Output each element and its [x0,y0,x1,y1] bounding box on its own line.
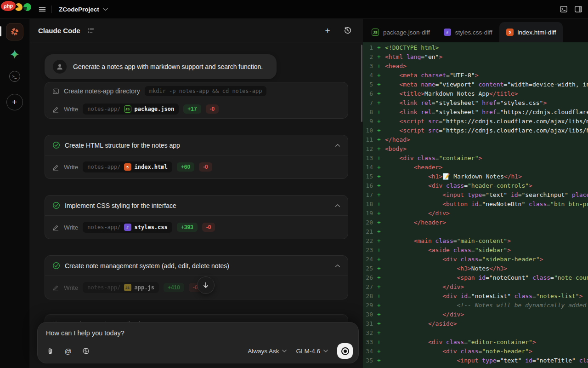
file-type-icon: # [124,224,131,231]
permission-mode-select[interactable]: Always Ask [248,348,287,355]
permission-mode-value: Always Ask [248,348,279,355]
file-type-icon: 5 [506,29,514,36]
tab-package.json-diff[interactable]: JSpackage.json-diff [365,22,437,42]
chat-header: Claude Code + [30,19,363,42]
file-chip[interactable]: notes-app/ # styles.css [83,222,172,233]
terminal-glyph: >_ [12,75,17,79]
chevron-up-icon[interactable] [335,144,340,147]
code-text: <title>Markdown Notes App</title> [385,89,588,98]
chevron-up-icon[interactable] [335,204,340,207]
line-number: 7 [363,98,373,108]
diff-add-sign: + [373,356,385,365]
paperclip-icon[interactable] [46,347,54,355]
diff-line: 31 + </aside> [363,319,588,328]
chevron-up-icon[interactable] [335,264,340,268]
diff-add-sign: + [373,319,385,328]
file-name: index.html [135,164,168,170]
diff-line: 23 + <aside class="sidebar"> [363,246,588,255]
code-text: <input type="text" id="noteTitle" class=… [385,356,588,365]
line-number: 17 [363,190,373,200]
command-row[interactable]: Create notes-app directory mkdir -p note… [45,82,348,100]
line-number: 1 [363,43,373,52]
diff-line: 21 + [363,227,588,236]
diff-add-sign: + [373,310,385,319]
left-rail: >_ + [0,19,29,368]
chat-scrollbar[interactable] [361,45,362,122]
tab-index.html-diff[interactable]: 5index.html-diff [499,22,563,42]
chat-body: Generate a notes app with markdown suppo… [30,42,363,368]
code-text: <button id="newNoteBtn" class="btn btn-p… [385,200,588,209]
gemini-gem-icon[interactable] [9,49,20,60]
task-title: Implement CSS styling for the interface [65,202,330,209]
code-text: </header> [385,218,588,227]
history-icon[interactable] [344,26,352,34]
diff-code-view[interactable]: 1 + <!DOCTYPE html> 2 + <html lang="en">… [363,42,588,368]
code-text: <aside class="sidebar"> [385,246,588,255]
diff-line: 33 + <div class="editor-container"> [363,338,588,347]
plus-glyph: + [12,97,17,107]
line-number: 24 [363,255,373,264]
diff-add-sign: + [373,264,385,273]
model-select[interactable]: GLM-4.6 [296,348,328,355]
diff-add-sign: + [373,172,385,181]
message-input[interactable]: How can I help you today? [38,322,358,337]
terminal-panel-icon[interactable] [560,5,568,13]
project-name: ZCodeProject [59,6,99,13]
chevron-down-icon [323,350,328,352]
code-text: <div class="note-header"> [385,347,588,356]
line-number: 20 [363,218,373,227]
line-number: 33 [363,338,373,347]
line-number: 11 [363,135,373,144]
composer-icons: @ [46,347,90,355]
write-file-row[interactable]: Write notes-app/ JS app.js +410 -0 [45,276,348,299]
diff-line: 22 + <main class="main-content"> [363,236,588,246]
line-number: 29 [363,301,373,310]
task-card: Create HTML structure for the notes app … [45,135,348,179]
brain-icon[interactable] [82,347,90,355]
task-card-header[interactable]: Create note management system (add, edit… [45,256,348,276]
terminal-circle-icon[interactable]: >_ [9,71,20,82]
task-card-header[interactable]: Implement CSS styling for the interface [45,196,348,215]
lines-added-badge: +17 [183,104,201,114]
line-number: 25 [363,264,373,273]
file-chip[interactable]: notes-app/ JS package.json [83,104,179,115]
line-number: 18 [363,200,373,209]
code-text: </aside> [385,319,588,328]
line-number: 12 [363,144,373,154]
write-file-row[interactable]: Write notes-app/ JS package.json +17 -0 [45,100,348,118]
diff-line: 3 + <head> [363,62,588,71]
code-text: <h3>Notes</h3> [385,264,588,273]
mention-icon[interactable]: @ [64,347,72,355]
send-button[interactable] [337,343,353,359]
diff-line: 13 + <div class="container"> [363,154,588,163]
tab-styles.css-diff[interactable]: #styles.css-diff [437,22,499,42]
code-text: </div> [385,310,588,319]
menu-icon[interactable] [38,5,47,14]
line-number: 3 [363,62,373,71]
task-card-header[interactable]: Create HTML structure for the notes app [45,135,348,155]
new-chat-icon[interactable]: + [323,26,332,34]
file-chip[interactable]: notes-app/ 5 index.html [83,161,172,172]
code-text: </div> [385,209,588,218]
write-file-row[interactable]: Write notes-app/ 5 index.html +60 -0 [45,155,348,178]
lines-added-badge: +60 [177,162,194,172]
claude-starburst-icon[interactable] [6,23,23,40]
diff-add-sign: + [373,117,385,126]
diff-line: 25 + <h3>Notes</h3> [363,264,588,273]
project-selector[interactable]: ZCodeProject [59,0,108,18]
code-text [385,227,588,236]
scroll-to-bottom-button[interactable] [197,276,215,294]
diff-add-sign: + [373,154,385,163]
diff-line: 19 + </div> [363,209,588,218]
diff-add-sign: + [373,200,385,209]
diff-add-sign: + [373,328,385,338]
layout-right-icon[interactable] [574,5,582,13]
write-file-row[interactable]: Write notes-app/ # styles.css +393 -0 [45,216,348,239]
task-list-icon[interactable] [87,27,95,34]
new-session-icon[interactable]: + [6,94,23,110]
command-chip: mkdir -p notes-app && cd notes-app [145,86,267,96]
code-text: </head> [385,135,588,144]
pie-chart-icon [23,3,31,11]
task-card: Create notes-app directory mkdir -p note… [45,82,348,119]
file-chip[interactable]: notes-app/ JS app.js [83,282,159,293]
